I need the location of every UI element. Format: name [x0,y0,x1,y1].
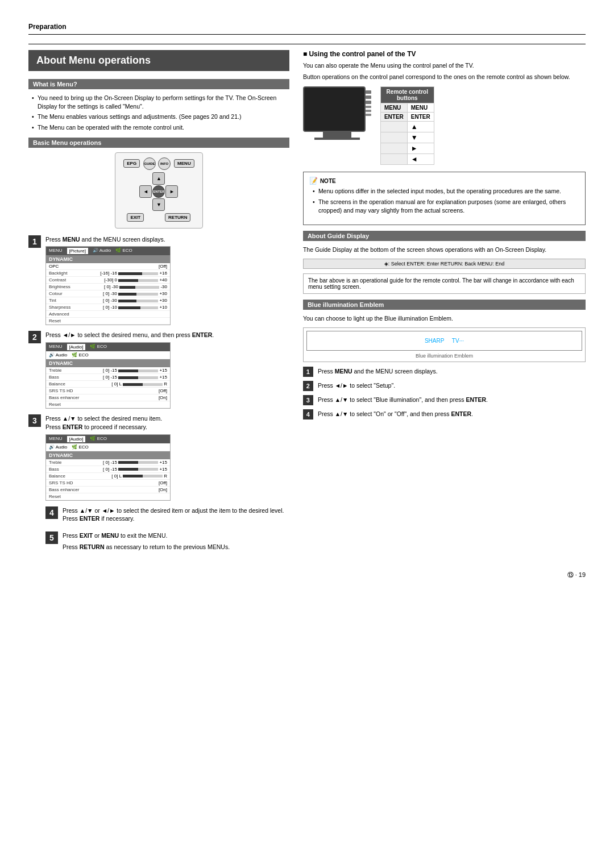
left-label [380,154,407,165]
list-item: The screens in the operation manual are … [312,198,577,214]
blue-step-3: 3 Press ▲/▼ to select "Blue illumination… [303,395,586,405]
right-label [380,143,407,154]
enter-label: ENTER [380,113,407,122]
up-btn: ▲ [152,172,165,185]
right-value: ► [407,143,434,154]
steps-4-5: 4 Press ▲/▼ or ◄/► to select the desired… [45,506,289,554]
page-title: About Menu operations [28,50,289,71]
section-label: Preparation [28,23,67,31]
blue-step-4: 4 Press ▲/▼ to select "On" or "Off", and… [303,409,586,420]
control-table-container: Remote controlbuttons MENU MENU ENTER EN… [380,86,434,165]
menu-label: MENU [380,103,407,113]
info-btn: INFO [158,157,171,170]
remote-diagram: EPG GUIDE INFO MENU ▲ ◄ ENTER ► [28,152,289,229]
step-5-number: 5 [45,531,58,544]
step-3-text: Press ▲/▼ to select the desired menu ite… [45,414,289,431]
tv-stand [314,138,360,140]
step-3-block: 3 Press ▲/▼ to select the desired menu i… [28,414,289,500]
blue-step-2: 2 Press ◄/► to select "Setup". [303,381,586,391]
blue-step-2-num: 2 [303,381,313,391]
tv-base [323,132,351,138]
note-title: 📝 NOTE [309,177,579,185]
down-value: ▼ [407,132,434,143]
guide-btn: GUIDE [143,157,156,170]
step-1-number: 1 [28,235,41,248]
menu-screenshot-2: MENU [Audio] 🌿 ECO 🔊 Audio🌿 ECO DYNAMIC … [45,342,171,409]
step-1-text: Press MENU and the MENU screen displays. [45,235,289,244]
blue-emblem-logo: SHARP TV··· [425,338,464,344]
control-panel-title: ■ Using the control panel of the TV [303,50,586,58]
return-btn: RETURN [165,213,190,222]
guide-description-text: The bar above is an operational guide fo… [308,277,574,290]
page-header: Preparation [28,23,586,44]
control-panel-text1: You can also operate the Menu using the … [303,61,586,70]
remote-control-header: Remote controlbuttons [380,87,434,103]
empty-cell [139,198,152,211]
blue-step-1: 1 Press MENU and the MENU screen display… [303,367,586,377]
right-btn: ► [165,185,178,198]
empty-cell [165,172,178,185]
exit-btn: EXIT [127,213,144,222]
remote-box: EPG GUIDE INFO MENU ▲ ◄ ENTER ► [115,152,202,229]
menu-value: MENU [407,103,434,113]
control-table: Remote controlbuttons MENU MENU ENTER EN… [380,86,434,165]
enter-value: ENTER [407,113,434,122]
step-3-content: Press ▲/▼ to select the desired menu ite… [45,414,289,500]
d-pad: ▲ ◄ ENTER ► ▼ [139,172,178,211]
right-column: ■ Using the control panel of the TV You … [303,50,586,559]
blue-emblem-graphic: SHARP TV··· [306,331,582,351]
guide-bar: ◈: Select ENTER: Enter RETURN: Back MENU… [303,259,586,269]
enter-btn: ENTER [152,185,165,198]
what-is-menu-title: What is Menu? [28,79,289,89]
step-2-content: Press ◄/► to select the desired menu, an… [45,331,289,409]
step-2-text: Press ◄/► to select the desired menu, an… [45,331,289,339]
guide-description: The bar above is an operational guide fo… [303,273,586,294]
blue-emblem-title: Blue illumination Emblem [303,300,586,310]
basic-menu-title: Basic Menu operations [28,138,289,148]
list-item: The Menu enables various settings and ad… [31,113,287,121]
list-item: The Menu can be operated with the remote… [31,123,287,132]
guide-display-text: The Guide Display at the bottom of the s… [303,246,586,254]
blue-emblem-text: You can choose to light up the Blue illu… [303,314,586,323]
blue-step-2-text: Press ◄/► to select "Setup". [318,381,395,390]
step-1-block: 1 Press MENU and the MENU screen display… [28,235,289,326]
menu-btn-remote: MENU [174,159,194,168]
blue-step-4-num: 4 [303,409,313,420]
blue-step-4-text: Press ▲/▼ to select "On" or "Off", and t… [318,409,473,418]
guide-display-title: About Guide Display [303,231,586,241]
step-4-text: Press ▲/▼ or ◄/► to select the desired i… [63,506,289,523]
step-5-block: 5 Press EXIT or MENU to exit the MENU. P… [45,531,289,554]
up-label [380,122,407,132]
menu-screenshot-1: MENU [Picture] 🔊 Audio 🌿 ECO DYNAMIC OPC… [45,246,171,325]
blue-emblem-caption: Blue illumination Emblem [306,353,582,359]
left-btn: ◄ [139,185,152,198]
step-4-block: 4 Press ▲/▼ or ◄/► to select the desired… [45,506,289,526]
step-4-content: Press ▲/▼ or ◄/► to select the desired i… [63,506,289,526]
step-5-return-text: Press RETURN as necessary to return to t… [63,543,289,551]
blue-emblem-steps: 1 Press MENU and the MENU screen display… [303,367,586,420]
tv-image [303,86,371,140]
note-icon: 📝 [309,177,318,185]
up-value: ▲ [407,122,434,132]
page-number: ⑬ · 19 [28,571,586,579]
blue-emblem-image: SHARP TV··· Blue illumination Emblem [303,327,586,362]
tv-screen [303,86,366,132]
left-column: About Menu operations What is Menu? You … [28,50,289,559]
tv-diagram: Remote controlbuttons MENU MENU ENTER EN… [303,86,586,165]
step-5-text: Press EXIT or MENU to exit the MENU. [63,531,289,540]
blue-step-3-num: 3 [303,395,313,405]
list-item: Menu options differ in the selected inpu… [312,187,577,196]
blue-step-1-text: Press MENU and the MENU screen displays. [318,367,438,376]
step-2-number: 2 [28,331,41,343]
note-box: 📝 NOTE Menu options differ in the select… [303,172,586,225]
epg-btn: EPG [123,159,140,168]
step-3-number: 3 [28,414,41,427]
page-indicator: ⑬ · 19 [567,571,586,578]
blue-step-3-text: Press ▲/▼ to select "Blue illumination",… [318,395,488,404]
empty-cell [139,172,152,185]
guide-bar-text: ◈: Select ENTER: Enter RETURN: Back MENU… [384,261,505,267]
what-is-menu-bullets: You need to bring up the On-Screen Displ… [28,94,289,132]
down-btn: ▼ [152,198,165,211]
empty-cell [165,198,178,211]
step-5-content: Press EXIT or MENU to exit the MENU. Pre… [63,531,289,554]
